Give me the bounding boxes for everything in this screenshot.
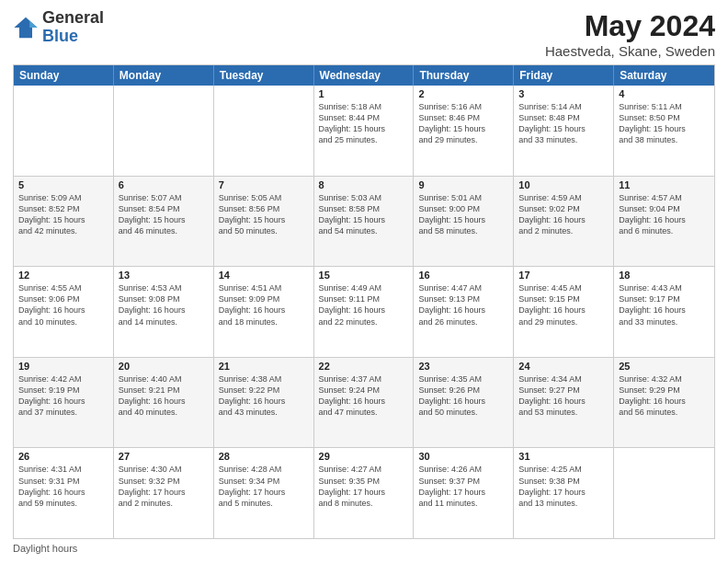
calendar-cell: 5Sunrise: 5:09 AM Sunset: 8:52 PM Daylig… bbox=[14, 177, 114, 267]
calendar-week-1: 1Sunrise: 5:18 AM Sunset: 8:44 PM Daylig… bbox=[14, 86, 714, 177]
cell-date-number: 29 bbox=[319, 451, 409, 462]
calendar-cell bbox=[614, 448, 714, 538]
day-header-monday: Monday bbox=[114, 65, 214, 86]
cell-info-text: Sunrise: 5:07 AM Sunset: 8:54 PM Dayligh… bbox=[119, 192, 209, 237]
calendar-cell: 4Sunrise: 5:11 AM Sunset: 8:50 PM Daylig… bbox=[614, 86, 714, 176]
cell-date-number: 11 bbox=[619, 179, 710, 190]
calendar-week-5: 26Sunrise: 4:31 AM Sunset: 9:31 PM Dayli… bbox=[14, 448, 714, 538]
calendar-cell: 21Sunrise: 4:38 AM Sunset: 9:22 PM Dayli… bbox=[214, 358, 314, 448]
calendar-cell: 2Sunrise: 5:16 AM Sunset: 8:46 PM Daylig… bbox=[414, 86, 514, 176]
calendar-cell: 1Sunrise: 5:18 AM Sunset: 8:44 PM Daylig… bbox=[314, 86, 415, 176]
cell-date-number: 30 bbox=[418, 451, 508, 462]
calendar-cell: 24Sunrise: 4:34 AM Sunset: 9:27 PM Dayli… bbox=[514, 358, 614, 448]
cell-date-number: 1 bbox=[319, 88, 409, 99]
cell-info-text: Sunrise: 5:09 AM Sunset: 8:52 PM Dayligh… bbox=[18, 192, 108, 237]
cell-date-number: 23 bbox=[418, 361, 508, 372]
cell-info-text: Sunrise: 5:03 AM Sunset: 8:58 PM Dayligh… bbox=[319, 192, 409, 237]
logo-blue-label: Blue bbox=[42, 28, 104, 46]
calendar-cell: 27Sunrise: 4:30 AM Sunset: 9:32 PM Dayli… bbox=[114, 448, 214, 538]
calendar-cell bbox=[114, 86, 214, 176]
calendar-cell: 31Sunrise: 4:25 AM Sunset: 9:38 PM Dayli… bbox=[514, 448, 614, 538]
calendar-cell: 7Sunrise: 5:05 AM Sunset: 8:56 PM Daylig… bbox=[214, 177, 314, 267]
cell-info-text: Sunrise: 4:45 AM Sunset: 9:15 PM Dayligh… bbox=[518, 282, 609, 327]
cell-date-number: 21 bbox=[219, 361, 309, 372]
cell-date-number: 20 bbox=[119, 361, 209, 372]
cell-date-number: 31 bbox=[518, 451, 609, 462]
calendar-cell: 9Sunrise: 5:01 AM Sunset: 9:00 PM Daylig… bbox=[414, 177, 514, 267]
cell-date-number: 7 bbox=[219, 179, 309, 190]
calendar-cell: 12Sunrise: 4:55 AM Sunset: 9:06 PM Dayli… bbox=[14, 267, 114, 357]
cell-info-text: Sunrise: 4:27 AM Sunset: 9:35 PM Dayligh… bbox=[319, 464, 409, 509]
cell-info-text: Sunrise: 4:25 AM Sunset: 9:38 PM Dayligh… bbox=[518, 464, 609, 509]
logo-icon bbox=[13, 15, 39, 40]
cell-info-text: Sunrise: 4:43 AM Sunset: 9:17 PM Dayligh… bbox=[619, 282, 710, 327]
day-header-thursday: Thursday bbox=[414, 65, 514, 86]
calendar-cell: 16Sunrise: 4:47 AM Sunset: 9:13 PM Dayli… bbox=[414, 267, 514, 357]
cell-info-text: Sunrise: 4:53 AM Sunset: 9:08 PM Dayligh… bbox=[119, 282, 209, 327]
calendar-cell: 25Sunrise: 4:32 AM Sunset: 9:29 PM Dayli… bbox=[614, 358, 714, 448]
calendar-cell: 29Sunrise: 4:27 AM Sunset: 9:35 PM Dayli… bbox=[314, 448, 415, 538]
cell-date-number: 13 bbox=[119, 270, 209, 281]
cell-info-text: Sunrise: 4:42 AM Sunset: 9:19 PM Dayligh… bbox=[18, 373, 108, 419]
cell-date-number: 25 bbox=[619, 361, 710, 372]
day-header-saturday: Saturday bbox=[614, 65, 714, 86]
cell-info-text: Sunrise: 4:26 AM Sunset: 9:37 PM Dayligh… bbox=[418, 464, 508, 509]
cell-date-number: 26 bbox=[18, 451, 108, 462]
cell-date-number: 19 bbox=[18, 361, 108, 372]
logo-text: General Blue bbox=[42, 9, 104, 46]
day-header-friday: Friday bbox=[514, 65, 614, 86]
cell-info-text: Sunrise: 4:49 AM Sunset: 9:11 PM Dayligh… bbox=[319, 282, 409, 327]
cell-info-text: Sunrise: 4:38 AM Sunset: 9:22 PM Dayligh… bbox=[219, 373, 309, 419]
calendar-cell: 13Sunrise: 4:53 AM Sunset: 9:08 PM Dayli… bbox=[114, 267, 214, 357]
cell-date-number: 2 bbox=[418, 88, 508, 99]
logo: General Blue bbox=[13, 9, 104, 46]
cell-info-text: Sunrise: 4:34 AM Sunset: 9:27 PM Dayligh… bbox=[518, 373, 609, 419]
logo-general-label: General bbox=[42, 9, 104, 28]
daylight-hours-label: Daylight hours bbox=[13, 543, 77, 554]
cell-date-number: 10 bbox=[518, 179, 609, 190]
calendar-header-row: SundayMondayTuesdayWednesdayThursdayFrid… bbox=[14, 65, 714, 86]
cell-info-text: Sunrise: 5:05 AM Sunset: 8:56 PM Dayligh… bbox=[219, 192, 309, 237]
cell-info-text: Sunrise: 4:55 AM Sunset: 9:06 PM Dayligh… bbox=[18, 282, 108, 327]
cell-info-text: Sunrise: 4:35 AM Sunset: 9:26 PM Dayligh… bbox=[418, 373, 508, 419]
cell-info-text: Sunrise: 4:51 AM Sunset: 9:09 PM Dayligh… bbox=[219, 282, 309, 327]
calendar-cell: 26Sunrise: 4:31 AM Sunset: 9:31 PM Dayli… bbox=[14, 448, 114, 538]
calendar-cell: 14Sunrise: 4:51 AM Sunset: 9:09 PM Dayli… bbox=[214, 267, 314, 357]
cell-info-text: Sunrise: 4:40 AM Sunset: 9:21 PM Dayligh… bbox=[119, 373, 209, 419]
calendar-cell: 30Sunrise: 4:26 AM Sunset: 9:37 PM Dayli… bbox=[414, 448, 514, 538]
calendar: SundayMondayTuesdayWednesdayThursdayFrid… bbox=[13, 64, 715, 539]
cell-date-number: 6 bbox=[119, 179, 209, 190]
cell-date-number: 16 bbox=[418, 270, 508, 281]
cell-date-number: 15 bbox=[319, 270, 409, 281]
month-title: May 2024 bbox=[545, 9, 715, 43]
calendar-week-3: 12Sunrise: 4:55 AM Sunset: 9:06 PM Dayli… bbox=[14, 267, 714, 358]
cell-info-text: Sunrise: 4:57 AM Sunset: 9:04 PM Dayligh… bbox=[619, 192, 710, 237]
cell-date-number: 22 bbox=[319, 361, 409, 372]
location-title: Haestveda, Skane, Sweden bbox=[545, 43, 715, 59]
cell-info-text: Sunrise: 4:32 AM Sunset: 9:29 PM Dayligh… bbox=[619, 373, 710, 419]
cell-date-number: 28 bbox=[219, 451, 309, 462]
calendar-cell: 11Sunrise: 4:57 AM Sunset: 9:04 PM Dayli… bbox=[614, 177, 714, 267]
cell-date-number: 9 bbox=[418, 179, 508, 190]
cell-date-number: 5 bbox=[18, 179, 108, 190]
cell-date-number: 4 bbox=[619, 88, 710, 99]
footer: Daylight hours bbox=[13, 543, 715, 554]
calendar-week-4: 19Sunrise: 4:42 AM Sunset: 9:19 PM Dayli… bbox=[14, 358, 714, 449]
cell-date-number: 27 bbox=[119, 451, 209, 462]
cell-info-text: Sunrise: 5:18 AM Sunset: 8:44 PM Dayligh… bbox=[319, 101, 409, 146]
cell-info-text: Sunrise: 4:28 AM Sunset: 9:34 PM Dayligh… bbox=[219, 464, 309, 509]
cell-date-number: 17 bbox=[518, 270, 609, 281]
calendar-cell: 20Sunrise: 4:40 AM Sunset: 9:21 PM Dayli… bbox=[114, 358, 214, 448]
calendar-cell: 22Sunrise: 4:37 AM Sunset: 9:24 PM Dayli… bbox=[314, 358, 415, 448]
calendar-cell: 19Sunrise: 4:42 AM Sunset: 9:19 PM Dayli… bbox=[14, 358, 114, 448]
header: General Blue May 2024 Haestveda, Skane, … bbox=[13, 9, 715, 59]
calendar-cell: 3Sunrise: 5:14 AM Sunset: 8:48 PM Daylig… bbox=[514, 86, 614, 176]
calendar-cell: 10Sunrise: 4:59 AM Sunset: 9:02 PM Dayli… bbox=[514, 177, 614, 267]
cell-info-text: Sunrise: 5:14 AM Sunset: 8:48 PM Dayligh… bbox=[518, 101, 609, 146]
calendar-cell: 23Sunrise: 4:35 AM Sunset: 9:26 PM Dayli… bbox=[414, 358, 514, 448]
cell-info-text: Sunrise: 4:30 AM Sunset: 9:32 PM Dayligh… bbox=[119, 464, 209, 509]
calendar-body: 1Sunrise: 5:18 AM Sunset: 8:44 PM Daylig… bbox=[14, 86, 714, 538]
cell-info-text: Sunrise: 5:11 AM Sunset: 8:50 PM Dayligh… bbox=[619, 101, 710, 146]
calendar-cell: 8Sunrise: 5:03 AM Sunset: 8:58 PM Daylig… bbox=[314, 177, 415, 267]
cell-date-number: 12 bbox=[18, 270, 108, 281]
